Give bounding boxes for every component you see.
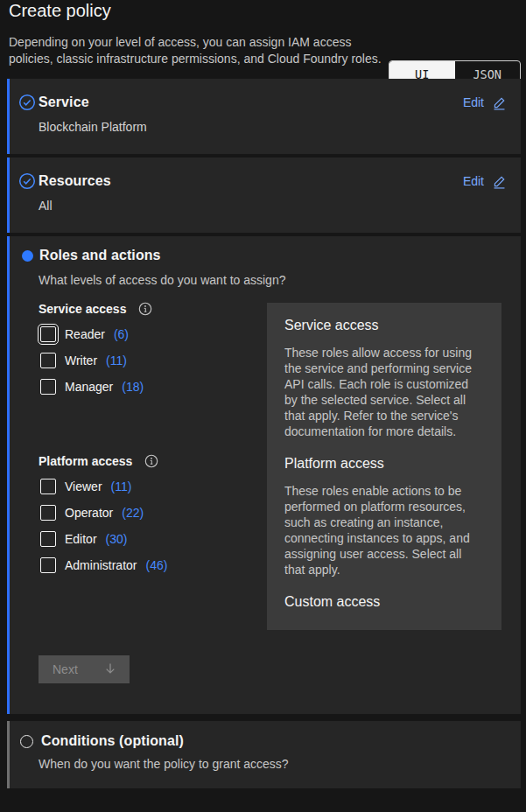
service-access-info-icon[interactable] bbox=[138, 302, 152, 316]
checkmark-outline-icon bbox=[18, 94, 36, 111]
checkbox-label: Reader bbox=[65, 327, 105, 341]
checkbox-row-manager[interactable]: Manager (18) bbox=[40, 379, 144, 395]
checkbox-reader[interactable] bbox=[40, 326, 56, 342]
info-panel-heading: Platform access bbox=[284, 456, 484, 472]
platform-access-label: Platform access bbox=[39, 454, 132, 468]
checkbox-label: Operator bbox=[65, 506, 113, 520]
checkbox-label: Manager bbox=[65, 380, 113, 394]
checkbox-row-administrator[interactable]: Administrator (46) bbox=[40, 557, 167, 573]
checkbox-row-operator[interactable]: Operator (22) bbox=[40, 505, 144, 521]
checkbox-count: (30) bbox=[106, 532, 128, 546]
step-roles-title: Roles and actions bbox=[39, 248, 161, 263]
access-info-panel: Service access These roles allow access … bbox=[267, 303, 501, 630]
checkbox-label: Viewer bbox=[65, 480, 102, 494]
step-resources-title: Resources bbox=[39, 173, 111, 189]
checkbox-operator[interactable] bbox=[40, 505, 56, 521]
checkbox-writer[interactable] bbox=[40, 353, 56, 368]
edit-service-label: Edit bbox=[463, 95, 484, 109]
empty-circle-icon bbox=[20, 735, 33, 748]
info-panel-heading: Custom access bbox=[284, 594, 484, 610]
checkbox-viewer[interactable] bbox=[40, 479, 56, 494]
checkbox-count: (11) bbox=[106, 354, 127, 368]
step-conditions: Conditions (optional) When do you want t… bbox=[7, 721, 521, 788]
edit-pencil-icon bbox=[492, 174, 507, 189]
next-button-label: Next bbox=[53, 662, 78, 676]
checkbox-row-reader[interactable]: Reader (6) bbox=[40, 326, 129, 342]
edit-resources-button[interactable]: Edit bbox=[463, 174, 507, 189]
page-description: Depending on your level of access, you c… bbox=[9, 34, 383, 67]
checkbox-editor[interactable] bbox=[40, 531, 56, 547]
next-button[interactable]: Next bbox=[39, 655, 130, 683]
step-roles-and-actions: Roles and actions What levels of access … bbox=[7, 236, 521, 714]
checkbox-administrator[interactable] bbox=[40, 557, 56, 573]
checkbox-label: Writer bbox=[65, 354, 97, 368]
edit-service-button[interactable]: Edit bbox=[463, 95, 507, 110]
checkbox-row-editor[interactable]: Editor (30) bbox=[40, 531, 127, 547]
checkbox-count: (6) bbox=[114, 327, 129, 341]
step-service-value: Blockchain Platform bbox=[39, 120, 507, 134]
service-access-label: Service access bbox=[39, 302, 126, 316]
platform-access-info-icon[interactable] bbox=[144, 454, 158, 468]
checkbox-manager[interactable] bbox=[40, 379, 56, 395]
checkbox-count: (46) bbox=[145, 558, 167, 572]
checkbox-count: (18) bbox=[122, 380, 144, 394]
checkbox-count: (22) bbox=[122, 506, 144, 520]
info-panel-heading: Service access bbox=[284, 318, 484, 333]
step-conditions-subtitle: When do you want the policy to grant acc… bbox=[39, 757, 507, 771]
edit-resources-label: Edit bbox=[463, 174, 484, 188]
step-resources: Resources Edit All bbox=[7, 158, 521, 233]
step-resources-value: All bbox=[39, 199, 507, 213]
page-header: Create policy Depending on your level of… bbox=[0, 0, 526, 67]
checkbox-label: Editor bbox=[65, 532, 97, 546]
arrow-down-icon bbox=[103, 662, 117, 678]
info-panel-body: These roles enable actions to be perform… bbox=[284, 483, 484, 578]
step-service: Service Edit Blockchain Platform bbox=[7, 79, 521, 154]
page-title: Create policy bbox=[9, 1, 521, 21]
filled-dot-icon bbox=[22, 250, 33, 262]
info-panel-body: These roles allow access for using the s… bbox=[284, 345, 484, 439]
step-conditions-title: Conditions (optional) bbox=[41, 733, 184, 749]
checkbox-row-viewer[interactable]: Viewer (11) bbox=[40, 479, 131, 494]
step-service-title: Service bbox=[39, 94, 89, 110]
edit-pencil-icon bbox=[492, 95, 507, 110]
checkbox-row-writer[interactable]: Writer (11) bbox=[40, 353, 127, 368]
checkmark-outline-icon bbox=[18, 172, 36, 190]
checkbox-count: (11) bbox=[111, 480, 132, 494]
checkbox-label: Administrator bbox=[65, 558, 137, 572]
roles-question: What levels of access do you want to ass… bbox=[39, 273, 521, 287]
